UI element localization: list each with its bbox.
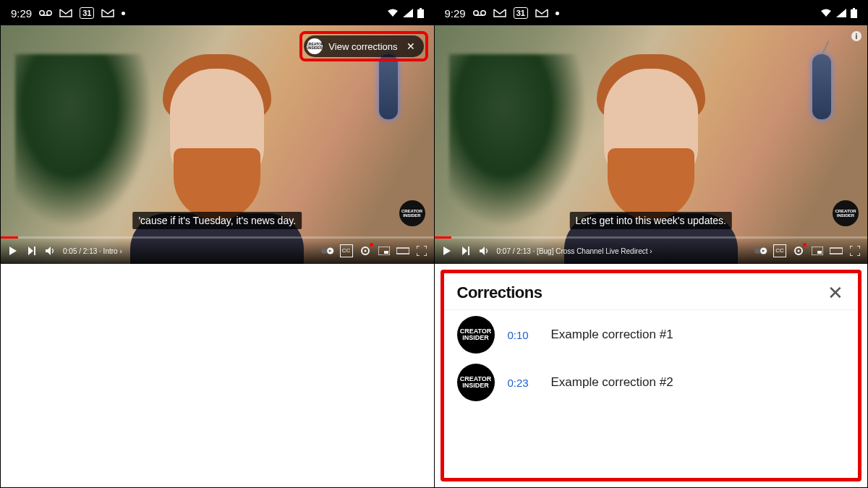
status-bar: 9:29 31 <box>1 1 434 25</box>
right-screenshot: 9:29 31 i CREATOR INSIDER Let's get into… <box>435 0 869 488</box>
signal-icon <box>836 9 846 17</box>
corrections-panel: ✕ Corrections CREATOR INSIDER 0:10 Examp… <box>444 273 859 478</box>
svg-rect-22 <box>817 251 822 254</box>
clock: 9:29 <box>11 7 32 20</box>
svg-rect-10 <box>384 251 388 254</box>
svg-point-13 <box>481 11 485 15</box>
panel-header: Corrections <box>444 273 859 310</box>
signal-icon <box>403 9 413 17</box>
chip-label: View corrections <box>328 41 397 52</box>
autoplay-toggle[interactable] <box>754 244 767 257</box>
channel-avatar: CREATOR INSIDER <box>457 316 495 354</box>
gmail-icon <box>59 8 72 18</box>
close-icon[interactable]: ✕ <box>820 279 851 307</box>
channel-avatar: CREATOR INSIDER <box>457 364 495 401</box>
channel-watermark[interactable]: CREATOR INSIDER <box>833 200 859 226</box>
voicemail-icon <box>39 9 52 17</box>
video-player[interactable]: i CREATOR INSIDER Let's get into this we… <box>435 25 868 264</box>
volume-icon[interactable] <box>478 244 491 257</box>
player-controls: 0:05 / 2:13 · Intro › CC <box>1 238 434 264</box>
correction-item[interactable]: CREATOR INSIDER 0:10 Example correction … <box>457 316 846 354</box>
progress-bar[interactable] <box>1 236 434 239</box>
chip-close-icon[interactable]: ✕ <box>404 40 418 52</box>
player-controls: 0:07 / 2:13 · [Bug] Cross Channel Live R… <box>435 238 868 264</box>
timestamp-link[interactable]: 0:23 <box>508 377 538 389</box>
calendar-icon: 31 <box>80 7 94 19</box>
svg-rect-3 <box>417 9 424 18</box>
panel-title: Corrections <box>457 283 542 302</box>
captions-icon[interactable]: CC <box>340 244 353 257</box>
view-corrections-chip[interactable]: CREATOR INSIDER View corrections ✕ <box>304 35 423 57</box>
fullscreen-icon[interactable] <box>415 244 428 257</box>
corrections-list: CREATOR INSIDER 0:10 Example correction … <box>444 310 859 407</box>
svg-point-0 <box>40 11 44 15</box>
wifi-icon <box>387 9 399 17</box>
video-player[interactable]: CREATOR INSIDER CREATOR INSIDER View cor… <box>1 25 434 264</box>
more-notifications-dot <box>122 12 125 15</box>
settings-icon[interactable] <box>359 244 372 257</box>
voicemail-icon <box>473 9 486 17</box>
timestamp-link[interactable]: 0:10 <box>508 329 538 341</box>
play-icon[interactable] <box>7 244 20 257</box>
view-corrections-highlight: CREATOR INSIDER View corrections ✕ <box>299 31 427 61</box>
status-bar: 9:29 31 <box>435 1 868 25</box>
correction-text: Example correction #2 <box>551 375 673 390</box>
closed-caption-text: Let's get into this week's updates. <box>570 212 732 229</box>
left-screenshot: 9:29 31 CREATOR INSIDER CREATOR INSIDER <box>0 0 435 488</box>
gmail-icon-2 <box>101 8 114 18</box>
svg-rect-4 <box>420 8 422 9</box>
clock: 9:29 <box>445 7 466 20</box>
progress-bar[interactable] <box>435 236 868 239</box>
wifi-icon <box>820 9 832 17</box>
battery-icon <box>417 8 424 18</box>
calendar-icon: 31 <box>514 7 528 19</box>
info-card-icon[interactable]: i <box>851 31 861 41</box>
captions-icon[interactable]: CC <box>773 244 786 257</box>
closed-caption-text: 'cause if it's Tuesday, it's news day. <box>132 212 302 229</box>
fullscreen-icon[interactable] <box>848 244 861 257</box>
theater-icon[interactable] <box>396 244 409 257</box>
battery-icon <box>851 8 857 18</box>
settings-icon[interactable] <box>792 244 805 257</box>
more-notifications-dot <box>556 12 559 15</box>
svg-rect-16 <box>853 8 855 9</box>
svg-point-1 <box>47 11 51 15</box>
next-icon[interactable] <box>459 244 472 257</box>
time-display: 0:07 / 2:13 · [Bug] Cross Channel Live R… <box>497 247 652 255</box>
miniplayer-icon[interactable] <box>378 244 391 257</box>
autoplay-toggle[interactable] <box>321 244 334 257</box>
miniplayer-icon[interactable] <box>811 244 824 257</box>
channel-watermark[interactable]: CREATOR INSIDER <box>399 200 425 226</box>
volume-icon[interactable] <box>44 244 57 257</box>
theater-icon[interactable] <box>830 244 843 257</box>
chip-avatar: CREATOR INSIDER <box>307 38 323 54</box>
svg-point-20 <box>798 250 800 252</box>
time-display: 0:05 / 2:13 · Intro › <box>63 247 122 255</box>
svg-rect-15 <box>851 9 857 18</box>
correction-text: Example correction #1 <box>551 328 673 342</box>
gmail-icon <box>493 8 506 18</box>
correction-item[interactable]: CREATOR INSIDER 0:23 Example correction … <box>457 364 846 401</box>
svg-rect-23 <box>830 248 843 254</box>
gmail-icon-2 <box>535 8 548 18</box>
svg-point-12 <box>474 11 478 15</box>
svg-point-8 <box>364 250 366 252</box>
next-icon[interactable] <box>25 244 38 257</box>
svg-rect-11 <box>396 248 409 254</box>
corrections-panel-highlight: ✕ Corrections CREATOR INSIDER 0:10 Examp… <box>441 270 862 481</box>
play-icon[interactable] <box>441 244 454 257</box>
